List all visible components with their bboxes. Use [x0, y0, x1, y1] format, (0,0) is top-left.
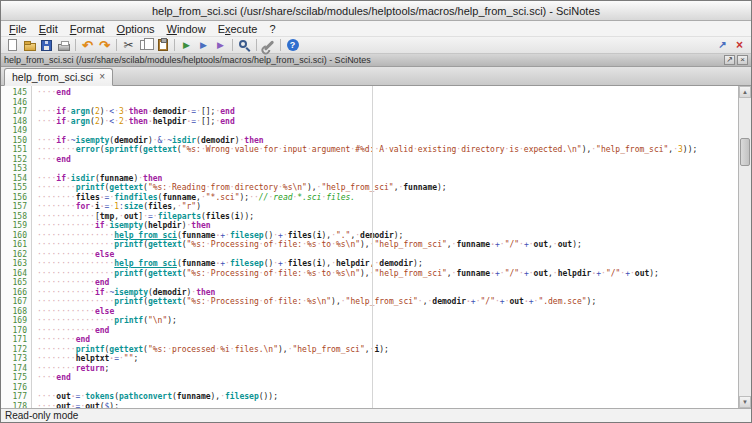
code-token: funname: [177, 392, 211, 401]
code-line[interactable]: ····end: [37, 373, 738, 383]
title-bar[interactable]: help_from_sci.sci (/usr/share/scilab/mod…: [1, 1, 751, 21]
preferences-button[interactable]: [260, 38, 277, 53]
menu-options[interactable]: Options: [111, 22, 161, 36]
menu-format[interactable]: Format: [64, 22, 111, 36]
code-token: helpdir: [336, 259, 370, 268]
code-token: helpdir·: [153, 117, 192, 126]
code-line[interactable]: ········printf(gettext("%s:·Reading·from…: [37, 183, 738, 193]
save-and-execute-button[interactable]: ▶: [195, 38, 212, 53]
code-line[interactable]: ········helptxt·=·"";: [37, 354, 738, 364]
execute-file-button[interactable]: ▶: [178, 38, 195, 53]
code-line[interactable]: ········printf(gettext("%s:·processed·%i…: [37, 345, 738, 355]
dock-undock-button[interactable]: ↗: [724, 55, 735, 65]
code-line[interactable]: [37, 98, 738, 108]
code-token: then: [244, 136, 263, 145]
menu-file[interactable]: File: [3, 22, 33, 36]
code-line[interactable]: ····out·=·tokens(pathconvert(funname),·f…: [37, 392, 738, 402]
line-number: 155: [1, 183, 27, 193]
code-line[interactable]: ········end: [37, 335, 738, 345]
code-line[interactable]: ········error(sprintf(gettext("%s:·Wrong…: [37, 145, 738, 155]
code-token: out: [534, 240, 548, 249]
execute-selection-button[interactable]: ▶: [212, 38, 229, 53]
code-line[interactable]: ····if·~isempty(demodir)·&·~isdir(demodi…: [37, 136, 738, 146]
menu-edit[interactable]: Edit: [33, 22, 64, 36]
undock-button[interactable]: ↗: [714, 38, 731, 53]
code-line[interactable]: ············[tmp,·out]·=·fileparts(files…: [37, 212, 738, 222]
code-line[interactable]: ············if·~isempty(demodir)·then: [37, 288, 738, 298]
code-line[interactable]: ····if·argn(2)·<·2·then·helpdir·=·[];·en…: [37, 117, 738, 127]
code-line[interactable]: ················printf("\n");: [37, 316, 738, 326]
line-number: 173: [1, 354, 27, 364]
paste-button[interactable]: [154, 38, 171, 53]
dock-close-button[interactable]: ×: [737, 55, 748, 65]
code-token: +·: [524, 269, 534, 278]
editor[interactable]: 1451461471481491501511521531541551561571…: [1, 86, 751, 408]
code-token: ,·: [668, 145, 678, 154]
code-line[interactable]: ················help_from_sci(funname·+·…: [37, 259, 738, 269]
code-line[interactable]: ············else: [37, 307, 738, 317]
code-token: "help_from_sci"·: [346, 297, 423, 306]
scroll-down-icon[interactable]: ▼: [739, 396, 751, 408]
print-button[interactable]: [55, 38, 72, 53]
code-token: ····: [37, 107, 56, 116]
save-file-button[interactable]: [38, 38, 55, 53]
redo-button[interactable]: ↷: [96, 38, 113, 53]
vertical-scrollbar[interactable]: ▲ ▼: [738, 86, 751, 408]
line-number: 163: [1, 259, 27, 269]
code-line[interactable]: ····end: [37, 88, 738, 98]
menu-execute[interactable]: Execute: [212, 22, 264, 36]
code-line[interactable]: ················printf(gettext("%s:·Proc…: [37, 240, 738, 250]
code-token: demodir: [114, 136, 148, 145]
code-line[interactable]: ············end: [37, 326, 738, 336]
tab-help-from-sci-sci[interactable]: help_from_sci.sci ×: [4, 68, 113, 86]
code-line[interactable]: ····end: [37, 155, 738, 165]
code-token: "help_from_sci": [321, 183, 393, 192]
code-line[interactable]: ····if·isdir(funname)·then: [37, 174, 738, 184]
dock-title-bar[interactable]: help_from_sci.sci (/usr/share/scilab/mod…: [1, 54, 751, 67]
scrollbar-track[interactable]: [739, 98, 751, 396]
code-token: funname·: [182, 231, 221, 240]
code-line[interactable]: [37, 383, 738, 393]
code-line[interactable]: ············end: [37, 278, 738, 288]
menu-help[interactable]: ?: [263, 22, 281, 36]
new-file-button[interactable]: [4, 38, 21, 53]
undo-button[interactable]: ↶: [79, 38, 96, 53]
cut-button[interactable]: ✂: [120, 38, 137, 53]
code-line[interactable]: ············if·isempty(helpdir)·then: [37, 221, 738, 231]
code-line[interactable]: ················help_from_sci(funname·+·…: [37, 231, 738, 241]
code-line[interactable]: ················printf(gettext("%s:·Proc…: [37, 269, 738, 279]
toolbar-separator: [232, 39, 233, 51]
help-button[interactable]: ?: [284, 38, 301, 53]
menu-window[interactable]: Window: [161, 22, 212, 36]
code-line[interactable]: ····if·argn(2)·<·3·then·demodir·=·[];·en…: [37, 107, 738, 117]
close-button[interactable]: ×: [731, 38, 748, 53]
code-token: ················: [37, 240, 114, 249]
scrollbar-thumb[interactable]: [740, 138, 750, 166]
open-file-button[interactable]: [21, 38, 38, 53]
tab-close-icon[interactable]: ×: [99, 72, 105, 82]
code-token: printf: [114, 269, 143, 278]
code-line[interactable]: ················printf(gettext("%s:·Proc…: [37, 297, 738, 307]
whitespace-dot: ·: [273, 240, 278, 249]
code-token: ]·: [138, 212, 148, 221]
scroll-up-icon[interactable]: ▲: [739, 86, 751, 98]
code-line[interactable]: ········files·=·findfiles(funname,·"*.sc…: [37, 193, 738, 203]
code-line[interactable]: [37, 164, 738, 174]
code-line[interactable]: ········for·i·=·1:size(files,·"r"): [37, 202, 738, 212]
code-token: if·: [56, 107, 70, 116]
code-lines[interactable]: ····end ····if·argn(2)·<·3·then·demodir·…: [32, 86, 738, 408]
code-line[interactable]: [37, 126, 738, 136]
code-line[interactable]: ············else: [37, 250, 738, 260]
whitespace-dot: ·: [230, 145, 235, 154]
code-token: ····: [37, 373, 56, 382]
code-line[interactable]: ········return;: [37, 364, 738, 374]
code-token: =·: [105, 193, 115, 202]
find-button[interactable]: [236, 38, 253, 53]
code-line[interactable]: ····out·=·out($);: [37, 402, 738, 409]
code-token: filesep: [230, 259, 264, 268]
code-token: argn: [71, 107, 90, 116]
code-token: end: [56, 373, 70, 382]
code-token: ),·: [278, 345, 292, 354]
copy-button[interactable]: [137, 38, 154, 53]
code-token: isdir: [172, 136, 196, 145]
